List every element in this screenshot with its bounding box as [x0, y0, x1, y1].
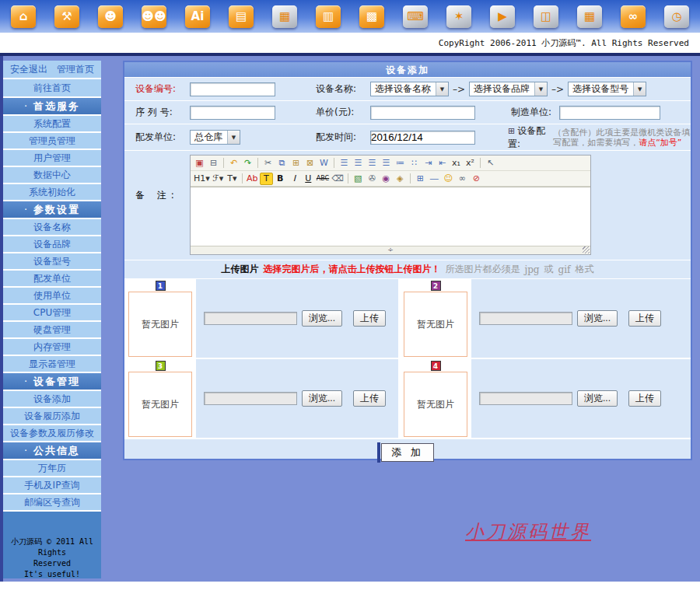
- file-path-input[interactable]: [204, 392, 297, 405]
- align-right-icon[interactable]: ☰: [366, 157, 379, 169]
- browse-button[interactable]: 浏览...: [577, 390, 618, 407]
- strikethrough-icon[interactable]: ABC: [316, 173, 330, 185]
- sidebar-item-logout[interactable]: 安全退出: [10, 61, 47, 78]
- sidebar-item-goto-home[interactable]: 前往首页: [3, 79, 101, 96]
- outdent-icon[interactable]: ⇤: [436, 157, 449, 169]
- expand-plus-icon[interactable]: ⊞: [508, 126, 515, 136]
- sidebar-item[interactable]: 系统初始化: [3, 184, 101, 200]
- paste-icon[interactable]: ⊞: [289, 157, 303, 169]
- file-path-input[interactable]: [479, 312, 572, 325]
- font-size-icon[interactable]: T▾: [226, 173, 239, 185]
- editor-resize-grip[interactable]: [583, 246, 590, 253]
- insert-table-icon[interactable]: ⊞: [414, 173, 427, 185]
- sidebar-item[interactable]: 数据中心: [3, 167, 101, 183]
- ordered-list-icon[interactable]: ≔: [394, 157, 407, 169]
- sidebar-item[interactable]: 设备名称: [3, 219, 101, 235]
- remove-format-icon[interactable]: ⌫: [331, 173, 345, 185]
- select-cursor-icon[interactable]: ↖: [484, 157, 497, 169]
- sidebar-item[interactable]: 手机及IP查询: [3, 477, 101, 493]
- sidebar-item[interactable]: 硬盘管理: [3, 322, 101, 337]
- insert-flash-icon[interactable]: ◈: [394, 173, 407, 185]
- sidebar-item[interactable]: 设备品牌: [3, 236, 101, 252]
- highlight-icon[interactable]: T: [260, 173, 273, 185]
- browse-button[interactable]: 浏览...: [302, 310, 342, 327]
- font-color-icon[interactable]: Ab: [246, 173, 259, 185]
- font-family-icon[interactable]: ℱ▾: [212, 173, 225, 185]
- device-model-select[interactable]: 选择设备型号 ▼: [568, 82, 646, 96]
- sidebar-item[interactable]: 显示器管理: [3, 356, 101, 372]
- subscript-icon[interactable]: x₁: [450, 157, 463, 169]
- align-center-icon[interactable]: ☰: [352, 157, 365, 169]
- insert-image-icon[interactable]: ▧: [352, 173, 365, 185]
- chip-icon[interactable]: ▦: [272, 5, 297, 28]
- align-left-icon[interactable]: ☰: [338, 157, 351, 169]
- sidebar-item[interactable]: 设备参数及履历修改: [3, 425, 101, 441]
- circuit-board-icon[interactable]: ▩: [359, 5, 384, 28]
- device-name-select[interactable]: 选择设备名称 ▼: [370, 82, 449, 96]
- sidebar-item[interactable]: 系统配置: [3, 116, 101, 131]
- watermark-link[interactable]: 小刀源码世界: [465, 519, 591, 544]
- sidebar-item[interactable]: 用户管理: [3, 150, 101, 166]
- bold-icon[interactable]: B: [274, 173, 287, 185]
- sidebar-item[interactable]: 万年历: [3, 460, 101, 476]
- redo-icon[interactable]: ↷: [241, 157, 254, 169]
- unordered-list-icon[interactable]: ∷: [408, 157, 421, 169]
- sidebar-item[interactable]: 使用单位: [3, 288, 101, 303]
- browse-button[interactable]: 浏览...: [577, 310, 618, 327]
- sidebar-item-admin-home[interactable]: 管理首页: [57, 61, 94, 78]
- calendar-icon[interactable]: ▦: [577, 5, 602, 28]
- emoticon-icon[interactable]: ☺: [442, 173, 455, 185]
- assign-time-input[interactable]: [370, 131, 475, 145]
- upload-button[interactable]: 上传: [628, 310, 661, 327]
- file-path-input[interactable]: [479, 392, 572, 405]
- illustrator-icon[interactable]: Ai: [185, 5, 210, 28]
- upload-button[interactable]: 上传: [353, 310, 386, 327]
- warehouse-select[interactable]: 总仓库 ▼: [190, 130, 240, 145]
- insert-link-icon[interactable]: ∞: [456, 173, 469, 185]
- editor-resize-handle[interactable]: ÷: [387, 246, 394, 254]
- harddisk-icon[interactable]: ▥: [316, 5, 341, 28]
- link-icon[interactable]: ∞: [621, 5, 646, 28]
- underline-icon[interactable]: U: [302, 173, 315, 185]
- indent-icon[interactable]: ⇥: [422, 157, 435, 169]
- cut-icon[interactable]: ✂: [261, 157, 275, 169]
- package-icon[interactable]: ◫: [534, 5, 558, 28]
- sidebar-item[interactable]: 邮编区号查询: [3, 494, 101, 510]
- add-button[interactable]: 添 加: [381, 443, 434, 462]
- paste-word-icon[interactable]: W: [317, 157, 331, 169]
- sidebar-item[interactable]: CPU管理: [3, 305, 101, 320]
- users-icon[interactable]: ☻☻: [142, 5, 166, 28]
- insert-media-icon[interactable]: ◉: [380, 173, 393, 185]
- heading-icon[interactable]: H1▾: [193, 173, 211, 185]
- sidebar-item[interactable]: 管理员管理: [3, 133, 101, 149]
- clock-icon[interactable]: ◷: [664, 5, 689, 28]
- upload-button[interactable]: 上传: [628, 390, 661, 407]
- browse-button[interactable]: 浏览...: [302, 390, 342, 407]
- sidebar-item[interactable]: 设备履历添加: [3, 408, 101, 424]
- horizontal-rule-icon[interactable]: ―: [428, 173, 441, 185]
- maker-input[interactable]: [559, 106, 660, 120]
- device-no-input[interactable]: [190, 82, 275, 96]
- align-justify-icon[interactable]: ☰: [380, 157, 393, 169]
- home-icon[interactable]: ⌂: [11, 5, 36, 28]
- file-path-input[interactable]: [204, 312, 297, 325]
- paste-text-icon[interactable]: ⊠: [303, 157, 317, 169]
- card-reader-icon[interactable]: ⌨: [403, 5, 428, 28]
- sidebar-item[interactable]: 设备添加: [3, 391, 101, 407]
- sidebar-item[interactable]: 内存管理: [3, 339, 101, 355]
- print-icon[interactable]: ⊟: [207, 157, 220, 169]
- compass-icon[interactable]: ✶: [446, 5, 471, 28]
- briefcase-icon[interactable]: ▤: [229, 5, 254, 28]
- attachment-icon[interactable]: ✇: [366, 173, 379, 185]
- italic-icon[interactable]: I: [288, 173, 301, 185]
- copy-icon[interactable]: ⧉: [275, 157, 289, 169]
- sidebar-item[interactable]: 配发单位: [3, 271, 101, 286]
- upload-button[interactable]: 上传: [353, 390, 386, 407]
- fullscreen-icon[interactable]: ▣: [193, 157, 206, 169]
- undo-icon[interactable]: ↶: [227, 157, 240, 169]
- serial-input[interactable]: [190, 106, 275, 120]
- price-input[interactable]: [370, 106, 475, 120]
- user-icon[interactable]: ☻: [98, 5, 123, 28]
- tools-icon[interactable]: ⚒: [54, 5, 79, 28]
- sidebar-item[interactable]: 设备型号: [3, 253, 101, 269]
